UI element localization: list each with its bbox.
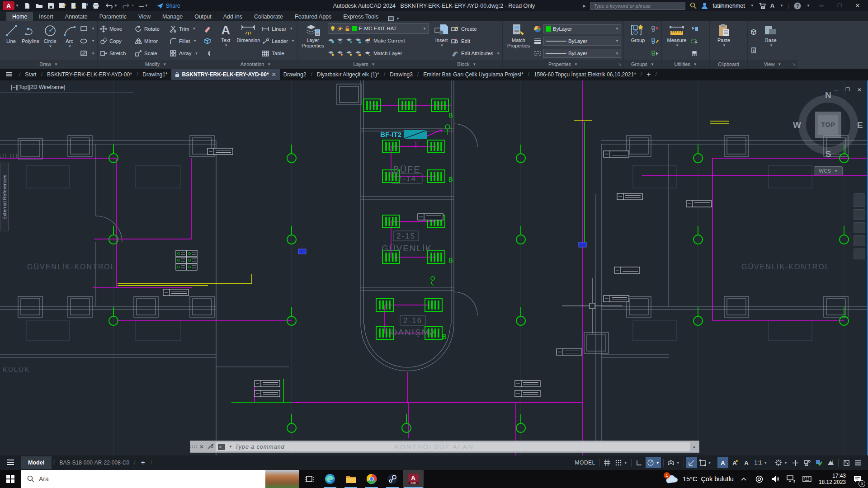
search-collapse-icon[interactable]: ▶ (583, 4, 586, 8)
arc-button[interactable]: Arc▼ (61, 23, 78, 60)
panel-label-properties[interactable]: Properties▼↘ (503, 60, 623, 69)
orbit-icon[interactable] (854, 235, 865, 246)
command-line-dock[interactable]: KONTROLSÜZ ALAN ✕ >_ ▼ Type a command ▲ (190, 441, 699, 453)
mirror-button[interactable]: Mirror (135, 35, 169, 47)
paste-button[interactable]: Paste▼ (712, 23, 736, 60)
base-button[interactable]: Base▼ (759, 23, 783, 60)
polar-tracking-toggle[interactable]: ▼ (646, 457, 661, 468)
ribbon-display-toggle[interactable]: ▼ (384, 16, 403, 21)
ellipse-tool-button[interactable]: ▼ (80, 35, 95, 47)
clock[interactable]: 17:43 18.12.2023 (817, 473, 848, 485)
wcs-menu[interactable]: WCS▼ (814, 166, 843, 175)
rotate-button[interactable]: Rotate (135, 23, 169, 34)
viewcube-south[interactable]: S (826, 149, 831, 159)
search-icon[interactable] (690, 2, 697, 9)
ribbon-tab-view[interactable]: View (132, 12, 156, 21)
model-space-toggle[interactable]: MODEL (574, 457, 597, 468)
save-icon[interactable] (47, 2, 54, 9)
layer-unlock-icon[interactable] (345, 26, 350, 32)
app-store-cart-icon[interactable] (759, 2, 766, 9)
ribbon-tab-featured-apps[interactable]: Featured Apps (289, 12, 337, 21)
lineweight-icon[interactable] (534, 38, 541, 44)
rectangle-tool-button[interactable]: ▼ (80, 23, 95, 34)
isometric-drafting-toggle[interactable]: ▼ (666, 457, 681, 468)
linetype-icon[interactable] (534, 50, 541, 56)
viewcube-west[interactable]: W (793, 120, 801, 130)
viewcube-top-face[interactable]: TOP (815, 112, 841, 138)
file-tab-8[interactable]: 1596-60 Topçu İnşaat Elektrik 06,10,2021… (530, 69, 640, 80)
start-button[interactable] (0, 470, 21, 488)
print-icon[interactable] (92, 2, 100, 9)
zoom-icon[interactable] (854, 222, 865, 233)
share-button[interactable]: Share (156, 3, 180, 9)
copy-button[interactable]: Copy (100, 35, 134, 47)
viewcube[interactable]: N W E S TOP (797, 93, 860, 161)
qat-customize-menu[interactable]: ▬▼ (139, 3, 148, 8)
annotation-scale-icon[interactable]: A (741, 457, 752, 468)
close-tab-icon[interactable]: ✕ (272, 71, 276, 78)
dock-customize-wrench-icon[interactable] (207, 443, 213, 450)
chrome-app-button[interactable] (361, 470, 382, 488)
open-folder-icon[interactable] (35, 2, 43, 9)
navigation-bar[interactable] (854, 193, 865, 259)
lineweight-selector[interactable]: ByLayer▼ (543, 37, 621, 46)
file-tab-4[interactable]: Drawing2 (280, 69, 310, 80)
polyline-button[interactable]: Polyline (22, 23, 39, 60)
scale-selector[interactable]: 1:1▼ (753, 457, 769, 468)
minimize-button[interactable]: ─ (815, 2, 828, 9)
object-color-selector[interactable]: ByLayer▼ (543, 24, 621, 33)
array-button[interactable]: Array▼ (170, 48, 203, 59)
search-highlight-image[interactable] (265, 470, 299, 488)
annotation-visibility-toggle[interactable]: A (717, 457, 728, 468)
customization-gear-button[interactable]: ▼ (774, 457, 789, 468)
file-explorer-app-button[interactable] (340, 470, 361, 488)
network-icon[interactable] (785, 472, 797, 486)
panel-label-draw[interactable]: Draw▼ (0, 60, 97, 69)
doc-restore-icon[interactable]: ❐ (845, 87, 850, 93)
layer-thaw-sun-icon[interactable] (337, 26, 343, 32)
showmotion-icon[interactable] (854, 249, 865, 259)
line-button[interactable]: Line (2, 23, 20, 60)
make-current-button[interactable]: Make Current (328, 35, 429, 47)
new-drawing-tab-button[interactable]: + (643, 68, 654, 81)
ribbon-tab-addins[interactable]: Add-ins (217, 12, 248, 21)
ribbon-tab-manage[interactable]: Manage (156, 12, 189, 21)
cad-drawing[interactable]: B B B B BF-IT2 (0, 80, 868, 455)
table-button[interactable]: Table (262, 48, 295, 59)
block-create-button[interactable]: Create (451, 23, 500, 34)
ribbon-tab-collaborate[interactable]: Collaborate (248, 12, 289, 21)
object-snap-toggle[interactable]: ▼ (698, 457, 713, 468)
ribbon-tab-insert[interactable]: Insert (33, 12, 59, 21)
explode-button[interactable] (203, 35, 212, 47)
dock-close-icon[interactable]: ✕ (197, 444, 207, 450)
save-as-icon[interactable] (59, 2, 66, 9)
file-tab-6[interactable]: Drawing3 (386, 69, 416, 80)
panel-label-utilities[interactable]: Utilities▼ (662, 60, 709, 69)
ungroup-button[interactable] (651, 23, 659, 34)
ribbon-tab-annotate[interactable]: Annotate (59, 12, 94, 21)
osnap-tracking-toggle[interactable] (686, 457, 697, 468)
viewcube-toggle-button[interactable] (750, 26, 757, 38)
leader-button[interactable]: Leader▼ (262, 35, 295, 47)
dock-grip[interactable] (190, 446, 197, 448)
fillet-button[interactable]: Fillet▼ (170, 35, 203, 47)
ribbon-tab-parametric[interactable]: Parametric (94, 12, 132, 21)
layer-dropdown-caret[interactable]: ▼ (423, 27, 426, 31)
panel-label-clipboard[interactable]: Clipboard (710, 60, 747, 69)
drawing-canvas[interactable]: B B B B BF-IT2 (0, 80, 868, 455)
edit-attributes-button[interactable]: Edit Attributes▼ (451, 48, 500, 59)
file-tab-5[interactable]: Diyarbakır Altgeçit elk (1)* (313, 69, 383, 80)
linear-button[interactable]: Linear▼ (262, 23, 295, 34)
full-navigation-wheel-icon[interactable] (854, 193, 865, 207)
tray-overflow-chevron[interactable] (738, 472, 750, 486)
group-button[interactable]: Group (626, 23, 650, 60)
insert-button[interactable]: Insert▼ (434, 23, 449, 60)
ribbon-tab-home[interactable]: Home (6, 12, 33, 21)
close-button[interactable]: ✕ (851, 2, 864, 9)
panel-label-annotation[interactable]: Annotation▼ (214, 60, 297, 69)
scale-button[interactable]: Scale (135, 48, 169, 59)
edge-app-button[interactable] (320, 470, 340, 488)
group-edit-button[interactable] (651, 35, 659, 47)
autoscale-toggle[interactable]: A (729, 457, 740, 468)
layer-color-swatch[interactable] (352, 26, 357, 31)
